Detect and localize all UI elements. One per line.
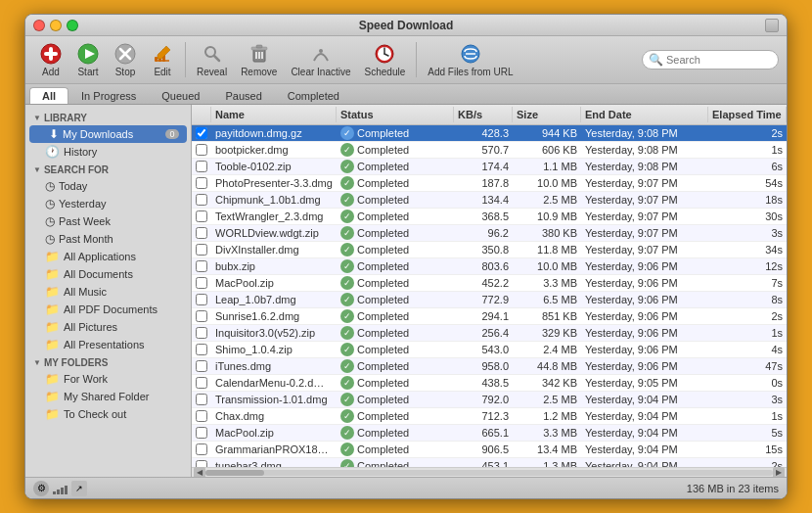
table-row[interactable]: Chipmunk_1.0b1.dmg ✓ Completed 134.4 2.5… [192, 192, 787, 209]
row-checkbox[interactable] [192, 193, 211, 207]
row-status: ✓ Completed [337, 292, 454, 307]
export-button[interactable]: ↗ [71, 481, 87, 496]
add-button[interactable]: Add [33, 40, 68, 79]
title-bar: Speed Download [25, 15, 787, 36]
clear-inactive-button[interactable]: Clear Inactive [285, 40, 356, 79]
search-input[interactable] [666, 54, 772, 66]
table-row[interactable]: tunebar3.dmg ✓ Completed 453.1 1.3 MB Ye… [192, 458, 787, 467]
table-row[interactable]: bubx.zip ✓ Completed 803.6 10.0 MB Yeste… [192, 258, 787, 275]
reveal-button[interactable]: Reveal [191, 40, 233, 79]
row-checkbox[interactable] [192, 343, 211, 356]
sidebar-item-all-music[interactable]: 📁 All Music [25, 283, 191, 301]
table-row[interactable]: Tooble-0102.zip ✓ Completed 174.4 1.1 MB… [192, 159, 787, 175]
tab-completed[interactable]: Completed [275, 87, 352, 104]
table-row[interactable]: payitdown.dmg.gz ✓ Completed 428.3 944 K… [192, 125, 787, 142]
tab-all[interactable]: All [29, 87, 68, 104]
table-row[interactable]: MacPool.zip ✓ Completed 665.1 3.3 MB Yes… [192, 425, 787, 442]
table-row[interactable]: GrammarianPROX182.dmg ✓ Completed 906.5 … [192, 442, 787, 458]
row-checkbox[interactable] [192, 409, 211, 423]
table-row[interactable]: Leap_1.0b7.dmg ✓ Completed 772.9 6.5 MB … [192, 292, 787, 308]
row-checkbox[interactable] [192, 176, 211, 190]
scrollbar-track[interactable] [205, 470, 773, 476]
table-row[interactable]: Transmission-1.01.dmg ✓ Completed 792.0 … [192, 392, 787, 408]
row-size: 380 KB [513, 226, 581, 240]
minimize-button[interactable] [50, 20, 62, 31]
start-button[interactable]: Start [70, 40, 106, 79]
scroll-right-arrow[interactable]: ▶ [773, 467, 785, 478]
sidebar-item-all-pics[interactable]: 📁 All Pictures [25, 318, 191, 336]
sidebar-item-all-apps[interactable]: 📁 All Applications [25, 248, 191, 265]
sidebar-item-today[interactable]: ◷ Today [25, 177, 191, 195]
edit-button[interactable]: Edit [145, 40, 180, 79]
add-files-button[interactable]: Add Files from URL [422, 40, 519, 79]
row-checkbox[interactable] [192, 210, 211, 223]
row-checkbox[interactable] [192, 393, 211, 406]
tab-queued[interactable]: Queued [149, 87, 212, 104]
stop-button[interactable]: Stop [108, 40, 143, 79]
col-elapsed[interactable]: Elapsed Time [708, 107, 787, 122]
row-kbs: 958.0 [454, 359, 513, 373]
scrollbar-thumb[interactable] [205, 470, 264, 476]
schedule-button[interactable]: Schedule [359, 40, 412, 79]
sidebar-item-history[interactable]: 🕐 History [25, 143, 191, 161]
row-end-date: Yesterday, 9:06 PM [581, 309, 708, 323]
remove-button[interactable]: Remove [235, 40, 283, 79]
table-row[interactable]: Shimo_1.0.4.zip ✓ Completed 543.0 2.4 MB… [192, 342, 787, 358]
sidebar-item-check-out[interactable]: 📁 To Check out [25, 405, 191, 423]
sidebar-item-past-week[interactable]: ◷ Past Week [25, 212, 191, 230]
sidebar-item-all-docs[interactable]: 📁 All Documents [25, 265, 191, 283]
table-row[interactable]: TextWrangler_2.3.dmg ✓ Completed 368.5 1… [192, 209, 787, 225]
sidebar-item-shared[interactable]: 📁 My Shared Folder [25, 388, 191, 405]
row-checkbox[interactable] [192, 160, 211, 173]
sidebar-item-all-pdf[interactable]: 📁 All PDF Documents [25, 301, 191, 318]
table-row[interactable]: Inquisitor3.0(v52).zip ✓ Completed 256.4… [192, 325, 787, 342]
table-row[interactable]: DivXInstaller.dmg ✓ Completed 350.8 11.8… [192, 242, 787, 258]
table-row[interactable]: Sunrise1.6.2.dmg ✓ Completed 294.1 851 K… [192, 308, 787, 325]
table-row[interactable]: PhotoPresenter-3.3.dmg ✓ Completed 187.8… [192, 175, 787, 192]
start-label: Start [77, 67, 98, 77]
row-checkbox[interactable] [192, 359, 211, 373]
col-name[interactable]: Name [211, 107, 337, 122]
table-row[interactable]: CalendarMenu-0.2.dmg.gz ✓ Completed 438.… [192, 375, 787, 392]
tab-paused[interactable]: Paused [212, 87, 274, 104]
row-name: MacPool.zip [211, 276, 337, 290]
row-checkbox[interactable] [192, 293, 211, 306]
library-label: LIBRARY [44, 113, 87, 123]
sidebar-item-past-month[interactable]: ◷ Past Month [25, 230, 191, 248]
row-checkbox[interactable] [192, 443, 211, 456]
maximize-button[interactable] [67, 20, 78, 31]
row-kbs: 187.8 [454, 176, 513, 190]
scrollbar-area[interactable]: ◀ ▶ [192, 467, 787, 477]
sidebar-item-yesterday[interactable]: ◷ Yesterday [25, 195, 191, 212]
col-size[interactable]: Size [513, 107, 581, 122]
col-kbs[interactable]: KB/s [454, 107, 513, 122]
col-status[interactable]: Status [337, 107, 454, 122]
table-row[interactable]: iTunes.dmg ✓ Completed 958.0 44.8 MB Yes… [192, 358, 787, 375]
row-checkbox[interactable] [192, 143, 211, 157]
row-checkbox[interactable] [192, 259, 211, 273]
resize-button[interactable] [765, 19, 779, 32]
search-bar[interactable]: 🔍 [642, 50, 779, 70]
row-checkbox[interactable] [192, 459, 211, 467]
row-checkbox[interactable] [192, 326, 211, 340]
table-row[interactable]: MacPool.zip ✓ Completed 452.2 3.3 MB Yes… [192, 275, 787, 292]
table-row[interactable]: bootpicker.dmg ✓ Completed 570.7 606 KB … [192, 142, 787, 159]
row-checkbox[interactable] [192, 276, 211, 290]
close-button[interactable] [33, 20, 45, 31]
row-checkbox[interactable] [192, 226, 211, 240]
table-row[interactable]: WORLDview.wdgt.zip ✓ Completed 96.2 380 … [192, 225, 787, 242]
row-checkbox[interactable] [192, 243, 211, 256]
tab-in-progress[interactable]: In Progress [68, 87, 149, 104]
gear-button[interactable]: ⚙ [33, 481, 49, 496]
row-checkbox[interactable] [192, 126, 211, 140]
row-checkbox[interactable] [192, 309, 211, 323]
row-checkbox[interactable] [192, 426, 211, 440]
col-end-date[interactable]: End Date [581, 107, 708, 122]
table-row[interactable]: Chax.dmg ✓ Completed 712.3 1.2 MB Yester… [192, 408, 787, 425]
sidebar-item-for-work[interactable]: 📁 For Work [25, 370, 191, 388]
sidebar-item-all-pres[interactable]: 📁 All Presentations [25, 336, 191, 353]
sidebar-item-my-downloads[interactable]: ⬇ My Downloads 0 [29, 125, 187, 143]
row-kbs: 570.7 [454, 143, 513, 157]
scroll-left-arrow[interactable]: ◀ [194, 467, 205, 478]
row-checkbox[interactable] [192, 376, 211, 390]
